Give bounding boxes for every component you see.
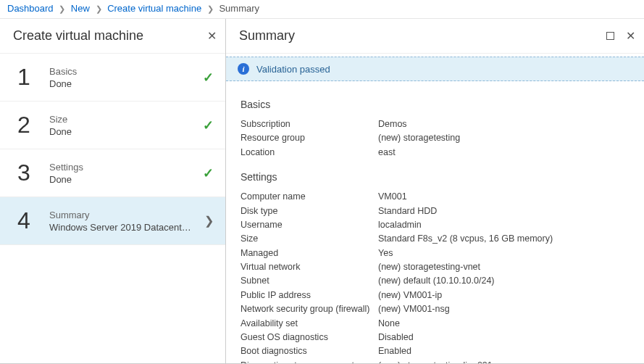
kv-val: (new) storagetestingdiag231	[378, 359, 630, 364]
breadcrumb-link[interactable]: Dashboard	[7, 3, 54, 14]
step-title: Settings	[49, 162, 203, 173]
right-panel-header: Summary ✕	[226, 19, 644, 54]
kv-row: Guest OS diagnosticsDisabled	[241, 331, 630, 344]
step-status: Done	[49, 78, 203, 89]
kv-key: Guest OS diagnostics	[241, 331, 378, 344]
step-status: Windows Server 2019 Datacent…	[49, 222, 204, 233]
step-title: Basics	[49, 66, 203, 77]
summary-body: Basics SubscriptionDemos Resource group(…	[226, 81, 644, 364]
kv-val: Demos	[378, 117, 630, 131]
kv-row: SizeStandard F8s_v2 (8 vcpus, 16 GB memo…	[241, 232, 630, 246]
kv-val: east	[378, 146, 630, 160]
step-settings[interactable]: 3 Settings Done ✓	[0, 149, 225, 197]
step-status: Done	[49, 174, 203, 185]
check-icon: ✓	[203, 70, 214, 86]
chevron-right-icon: ❯	[96, 4, 102, 13]
step-title: Size	[49, 114, 203, 125]
kv-val: (new) default (10.10.10.0/24)	[378, 274, 630, 288]
wizard-steps-panel: Create virtual machine ✕ 1 Basics Done ✓…	[0, 19, 226, 364]
kv-row: Subnet(new) default (10.10.10.0/24)	[241, 274, 630, 288]
kv-row: Availability setNone	[241, 317, 630, 331]
breadcrumb: Dashboard ❯ New ❯ Create virtual machine…	[0, 0, 644, 19]
step-size[interactable]: 2 Size Done ✓	[0, 102, 225, 149]
step-number: 1	[17, 64, 43, 91]
kv-row: Usernamelocaladmin	[241, 218, 630, 232]
summary-panel: Summary ✕ i Validation passed Basics Sub…	[226, 19, 644, 364]
kv-key: Availability set	[241, 317, 378, 331]
step-basics[interactable]: 1 Basics Done ✓	[0, 54, 225, 102]
settings-list: Computer nameVM001 Disk typeStandard HDD…	[241, 190, 630, 364]
kv-key: Virtual network	[241, 260, 378, 274]
kv-val: None	[378, 317, 630, 331]
step-status: Done	[49, 126, 203, 137]
kv-val: (new) VM001-nsg	[378, 302, 630, 316]
kv-row: Diagnostics storage account(new) storage…	[241, 359, 630, 364]
right-panel-title: Summary	[239, 28, 295, 44]
kv-row: SubscriptionDemos	[241, 117, 630, 131]
kv-row: Boot diagnosticsEnabled	[241, 344, 630, 358]
kv-key: Computer name	[241, 190, 378, 204]
kv-val: (new) storagetesting	[378, 131, 630, 145]
kv-key: Diagnostics storage account	[241, 359, 378, 364]
basics-list: SubscriptionDemos Resource group(new) st…	[241, 117, 630, 160]
kv-key: Public IP address	[241, 289, 378, 302]
kv-key: Resource group	[241, 131, 378, 145]
breadcrumb-link[interactable]: Create virtual machine	[107, 3, 201, 14]
chevron-right-icon: ❯	[207, 4, 214, 13]
info-icon: i	[238, 63, 249, 75]
kv-row: Locationeast	[241, 146, 630, 160]
close-icon[interactable]: ✕	[626, 30, 635, 42]
left-panel-title: Create virtual machine	[13, 28, 143, 44]
steps-list: 1 Basics Done ✓ 2 Size Done ✓ 3 Settings	[0, 54, 225, 245]
kv-key: Size	[241, 232, 378, 246]
chevron-right-icon: ❯	[204, 214, 214, 228]
step-number: 3	[17, 160, 43, 186]
kv-row: Resource group(new) storagetesting	[241, 131, 630, 145]
kv-key: Location	[241, 146, 378, 160]
kv-key: Network security group (firewall)	[241, 302, 378, 316]
kv-row: ManagedYes	[241, 247, 630, 260]
validation-text: Validation passed	[256, 64, 330, 75]
kv-row: Network security group (firewall)(new) V…	[241, 302, 630, 316]
kv-key: Boot diagnostics	[241, 344, 378, 358]
kv-val: (new) VM001-ip	[378, 289, 630, 302]
left-panel-header: Create virtual machine ✕	[0, 19, 225, 54]
kv-val: Disabled	[378, 331, 630, 344]
kv-row: Computer nameVM001	[241, 190, 630, 204]
step-number: 2	[17, 112, 43, 138]
close-icon[interactable]: ✕	[207, 30, 217, 42]
kv-key: Subscription	[241, 117, 378, 131]
kv-row: Public IP address(new) VM001-ip	[241, 289, 630, 302]
step-number: 4	[17, 207, 43, 234]
kv-val: VM001	[378, 190, 630, 204]
maximize-icon[interactable]	[606, 30, 614, 41]
check-icon: ✓	[203, 117, 214, 133]
chevron-right-icon: ❯	[59, 4, 65, 13]
kv-row: Virtual network(new) storagetesting-vnet	[241, 260, 630, 274]
kv-val: Enabled	[378, 344, 630, 358]
breadcrumb-current: Summary	[219, 3, 259, 14]
step-title: Summary	[49, 210, 204, 220]
breadcrumb-link[interactable]: New	[71, 3, 90, 14]
kv-val: localadmin	[378, 218, 630, 232]
check-icon: ✓	[203, 165, 214, 181]
kv-val: (new) storagetesting-vnet	[378, 260, 630, 274]
kv-row: Disk typeStandard HDD	[241, 204, 630, 218]
step-summary[interactable]: 4 Summary Windows Server 2019 Datacent… …	[0, 197, 225, 245]
section-settings-title: Settings	[241, 171, 630, 183]
kv-val: Standard HDD	[378, 204, 630, 218]
kv-val: Yes	[378, 247, 630, 260]
kv-key: Disk type	[241, 204, 378, 218]
kv-val: Standard F8s_v2 (8 vcpus, 16 GB memory)	[378, 232, 630, 246]
kv-key: Subnet	[241, 274, 378, 288]
kv-key: Username	[241, 218, 378, 232]
section-basics-title: Basics	[241, 99, 630, 110]
validation-banner: i Validation passed	[226, 57, 644, 81]
kv-key: Managed	[241, 247, 378, 260]
